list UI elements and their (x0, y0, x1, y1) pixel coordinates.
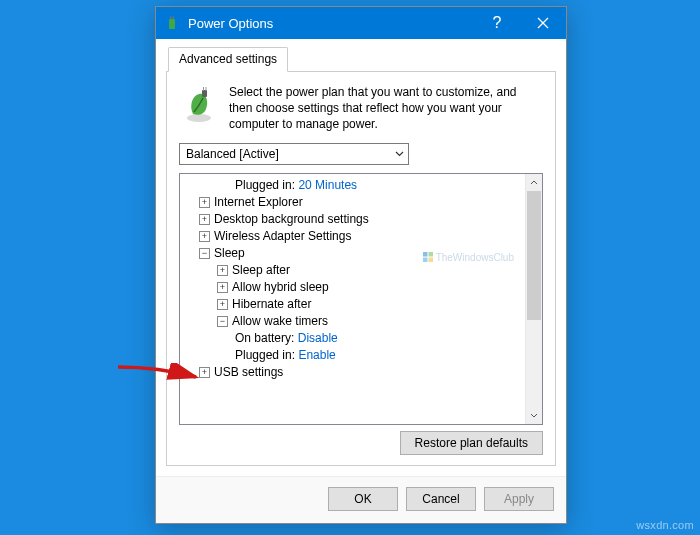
tree-content[interactable]: Plugged in: 20 Minutes + Internet Explor… (180, 174, 525, 424)
tree-row-desktop-bg[interactable]: + Desktop background settings (183, 211, 523, 228)
svg-rect-0 (169, 19, 175, 29)
intro-text: Select the power plan that you want to c… (229, 84, 543, 133)
collapse-icon[interactable]: − (217, 316, 228, 327)
tabstrip: Advanced settings (166, 47, 556, 72)
svg-rect-7 (203, 87, 204, 91)
watermark: TheWindowsClub (423, 252, 514, 263)
client-area: Advanced settings Select the power plan … (156, 39, 566, 476)
label: Wireless Adapter Settings (214, 229, 351, 243)
svg-rect-8 (206, 87, 207, 91)
svg-rect-10 (428, 252, 433, 257)
svg-rect-12 (428, 258, 433, 263)
tree-row-usb[interactable]: + USB settings (183, 364, 523, 381)
expand-icon[interactable]: + (199, 231, 210, 242)
scroll-down-button[interactable] (526, 407, 542, 424)
label: USB settings (214, 365, 283, 379)
expand-icon[interactable]: + (199, 197, 210, 208)
tree-row-wireless[interactable]: + Wireless Adapter Settings (183, 228, 523, 245)
scroll-track[interactable] (526, 191, 542, 407)
label: Sleep (214, 246, 245, 260)
svg-rect-9 (423, 252, 428, 257)
power-plan-select[interactable]: Balanced [Active] (179, 143, 409, 165)
apply-button[interactable]: Apply (484, 487, 554, 511)
label: Sleep after (232, 263, 290, 277)
expand-icon[interactable]: + (199, 367, 210, 378)
label: Plugged in: (235, 178, 295, 192)
vertical-scrollbar[interactable] (525, 174, 542, 424)
expand-icon[interactable]: + (199, 214, 210, 225)
tree-row-hibernate-after[interactable]: + Hibernate after (183, 296, 523, 313)
value-link[interactable]: 20 Minutes (298, 178, 357, 192)
settings-tree: Plugged in: 20 Minutes + Internet Explor… (179, 173, 543, 425)
tree-row-ie[interactable]: + Internet Explorer (183, 194, 523, 211)
scroll-up-button[interactable] (526, 174, 542, 191)
close-button[interactable] (520, 7, 566, 39)
value-link[interactable]: Enable (298, 348, 335, 362)
svg-rect-2 (173, 17, 174, 20)
intro: Select the power plan that you want to c… (179, 84, 543, 133)
svg-rect-6 (202, 90, 207, 97)
svg-rect-11 (423, 258, 428, 263)
label: Desktop background settings (214, 212, 369, 226)
power-plan-selected: Balanced [Active] (186, 147, 279, 161)
tree-row-plugged-in[interactable]: Plugged in: Enable (183, 347, 523, 364)
chevron-down-icon (395, 151, 404, 157)
credit: wsxdn.com (636, 519, 694, 531)
label: Allow wake timers (232, 314, 328, 328)
dialog-buttons: OK Cancel Apply (156, 476, 566, 523)
value-link[interactable]: Disable (298, 331, 338, 345)
expand-icon[interactable]: + (217, 282, 228, 293)
power-options-dialog: Power Options ? Advanced settings (155, 6, 567, 524)
power-icon (164, 15, 180, 31)
help-button[interactable]: ? (474, 7, 520, 39)
tree-row-allow-hybrid[interactable]: + Allow hybrid sleep (183, 279, 523, 296)
tree-row-on-battery[interactable]: On battery: Disable (183, 330, 523, 347)
expand-icon[interactable]: + (217, 299, 228, 310)
tree-row-sleep-after[interactable]: + Sleep after (183, 262, 523, 279)
window-title: Power Options (188, 16, 474, 31)
tab-body: Select the power plan that you want to c… (166, 72, 556, 466)
label: Internet Explorer (214, 195, 303, 209)
svg-rect-1 (170, 17, 171, 20)
svg-point-5 (187, 114, 211, 122)
label: Hibernate after (232, 297, 311, 311)
label: Allow hybrid sleep (232, 280, 329, 294)
tree-row-allow-wake[interactable]: − Allow wake timers (183, 313, 523, 330)
restore-defaults-button[interactable]: Restore plan defaults (400, 431, 543, 455)
titlebar[interactable]: Power Options ? (156, 7, 566, 39)
ok-button[interactable]: OK (328, 487, 398, 511)
tree-row-plugged-in-top[interactable]: Plugged in: 20 Minutes (183, 177, 523, 194)
tab-advanced-settings[interactable]: Advanced settings (168, 47, 288, 72)
label: Plugged in: (235, 348, 295, 362)
label: On battery: (235, 331, 294, 345)
expand-icon[interactable]: + (217, 265, 228, 276)
power-plan-icon (179, 84, 219, 124)
cancel-button[interactable]: Cancel (406, 487, 476, 511)
collapse-icon[interactable]: − (199, 248, 210, 259)
scroll-thumb[interactable] (527, 191, 541, 321)
